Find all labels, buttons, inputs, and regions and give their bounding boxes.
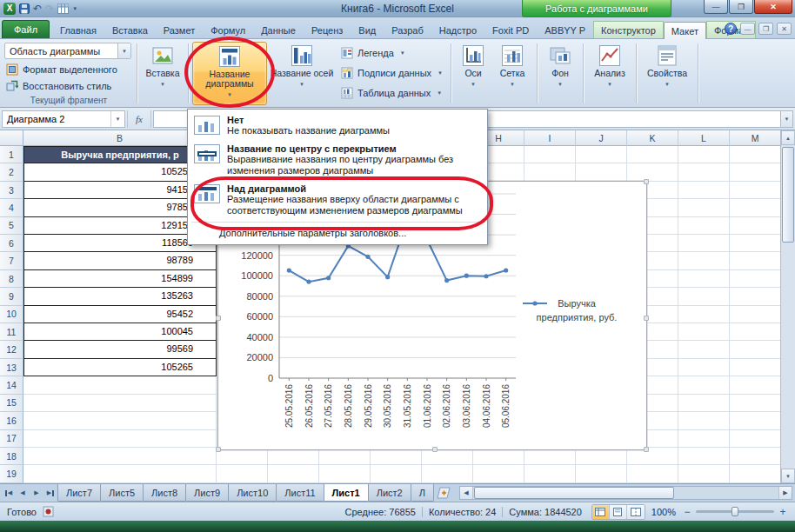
column-header-J[interactable]: J [576,130,627,146]
select-all-corner[interactable] [0,130,23,146]
tab-Макет[interactable]: Макет [664,22,706,39]
close-button[interactable]: ✕ [754,0,792,14]
undo-icon[interactable]: ↶ [33,3,42,14]
macro-record-icon[interactable] [43,506,54,517]
chart-resize-handle[interactable] [216,316,221,321]
restore-button[interactable]: ❐ [729,0,753,14]
zoom-slider-thumb[interactable] [732,507,738,516]
chart-resize-handle[interactable] [644,316,649,321]
restore-workbook-icon[interactable]: ❐ [758,23,773,35]
cell-L7[interactable] [678,252,730,269]
cell-L18[interactable] [678,448,730,465]
gridlines-button[interactable]: Сетка ▼ [491,42,533,105]
cell-L19[interactable] [678,465,730,482]
row-header-3[interactable]: 3 [0,182,23,199]
analysis-button[interactable]: Анализ ▼ [587,42,632,105]
cell-M8[interactable] [730,270,780,288]
cell-B10[interactable]: 95452 [23,306,217,323]
save-icon[interactable] [19,3,30,14]
cell-I1[interactable] [524,146,576,163]
menu-item-centered-overlay[interactable]: Название по центру с перекрытиемВыравнив… [188,140,487,180]
tab-Вставка[interactable]: Вставка [104,21,156,38]
vertical-scrollbar-thumb[interactable] [782,147,794,243]
legend-button[interactable]: Легенда ▼ [338,43,445,62]
cell-L10[interactable] [678,306,730,323]
chevron-down-icon[interactable]: ▼ [110,111,124,127]
cell-M14[interactable] [730,376,780,394]
cell-B12[interactable]: 99569 [23,341,217,358]
sheet-tab-Лист2[interactable]: Лист2 [368,484,411,502]
cell-B7[interactable]: 98789 [23,252,217,269]
tab-Разраб[interactable]: Разраб [384,21,431,38]
sheet-tab-Лист7[interactable]: Лист7 [57,484,101,502]
minimize-button[interactable]: — [704,0,728,14]
cell-M17[interactable] [730,430,780,448]
row-header-14[interactable]: 14 [0,376,23,394]
menu-item-none[interactable]: НетНе показывать название диаграммы [188,111,487,140]
menu-item-above-chart[interactable]: Над диаграммойРазмещение названия вверху… [188,180,487,220]
page-layout-view-button[interactable] [610,505,627,519]
tab-Надстро[interactable]: Надстро [431,21,484,38]
cell-B19[interactable] [23,465,217,482]
tab-Данные[interactable]: Данные [253,21,304,38]
insert-button[interactable]: Вставка ▼ [141,42,184,105]
sheet-tab-Лист5[interactable]: Лист5 [100,484,144,502]
cell-L8[interactable] [678,270,730,288]
chevron-down-icon[interactable]: ▼ [117,43,130,58]
cell-B15[interactable] [23,395,217,412]
row-header-2[interactable]: 2 [0,163,23,181]
previous-sheet-button[interactable]: ◀ [16,484,30,502]
insert-sheet-button[interactable] [433,484,454,502]
cell-B8[interactable]: 154899 [23,270,217,288]
name-box[interactable]: Диаграмма 2 ▼ [2,110,125,128]
cell-K1[interactable] [627,146,678,163]
table-tool-icon[interactable] [57,3,69,14]
excel-app-icon[interactable]: X [3,3,16,15]
axes-button[interactable]: Оси ▼ [455,42,491,105]
sheet-tab-Лист9[interactable]: Лист9 [185,484,229,502]
zoom-out-icon[interactable]: − [682,507,692,517]
scroll-left-icon[interactable]: ◀ [460,487,473,499]
row-header-11[interactable]: 11 [0,323,23,341]
sheet-tab-Лист11[interactable]: Лист11 [276,484,324,502]
tab-ABBYY P[interactable]: ABBYY P [537,21,593,38]
help-icon[interactable]: ? [725,23,737,35]
row-header-17[interactable]: 17 [0,430,23,448]
row-header-13[interactable]: 13 [0,359,23,376]
zoom-level[interactable]: 100% [651,507,676,517]
sheet-tab-Лист1[interactable]: Лист1 [324,484,369,502]
cell-L16[interactable] [678,412,730,429]
sheet-tab-Лист8[interactable]: Лист8 [143,484,186,502]
zoom-slider[interactable]: − + [682,507,788,517]
row-header-12[interactable]: 12 [0,341,23,358]
cell-M13[interactable] [730,359,780,376]
cell-M12[interactable] [730,341,780,358]
formula-bar-expand-button[interactable]: ▼ [780,110,793,128]
row-header-7[interactable]: 7 [0,252,23,269]
cell-J1[interactable] [576,146,627,163]
tab-Главная[interactable]: Главная [52,21,104,38]
tab-Формул[interactable]: Формул [203,21,253,38]
cell-K19[interactable] [627,465,678,482]
reset-style-button[interactable]: Восстановить стиль [4,77,133,94]
cell-L17[interactable] [678,430,730,448]
cell-M11[interactable] [730,323,780,341]
row-header-19[interactable]: 19 [0,465,23,482]
cell-M6[interactable] [730,235,780,252]
row-header-10[interactable]: 10 [0,306,23,323]
tab-Конструктор[interactable]: Конструктор [593,21,664,38]
scroll-down-icon[interactable]: ▼ [781,469,795,483]
cell-I19[interactable] [524,465,576,482]
cell-F19[interactable] [371,465,422,482]
format-selection-button[interactable]: Формат выделенного [4,61,133,77]
cell-L3[interactable] [678,182,730,199]
chart-elements-combobox[interactable]: Область диаграммы ▼ [4,43,131,59]
vertical-scrollbar[interactable]: ▲ ▼ [780,130,795,483]
cell-M7[interactable] [730,252,780,269]
column-header-M[interactable]: M [730,130,780,146]
chart-resize-handle[interactable] [432,447,438,452]
cell-M19[interactable] [730,465,780,482]
chart-title-button[interactable]: Название диаграммы ▼ [192,42,267,105]
next-sheet-button[interactable]: ▶ [30,484,43,502]
close-workbook-icon[interactable]: ✕ [777,23,792,35]
